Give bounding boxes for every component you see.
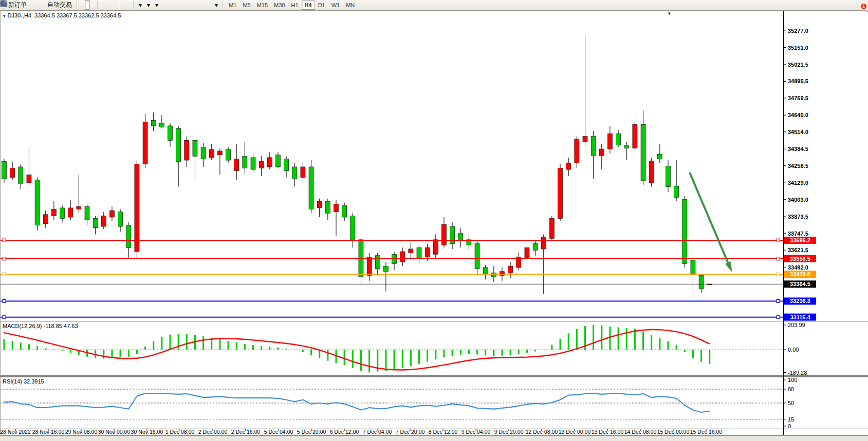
macd-axis-label: -189.28: [788, 370, 807, 376]
market-watch-button[interactable]: [34, 0, 40, 10]
templates-button[interactable]: ▾: [153, 0, 161, 10]
candle-body: [27, 175, 31, 182]
level-line-handle[interactable]: [777, 273, 780, 276]
new-order-button[interactable]: 新订单: [6, 0, 29, 10]
autotrading-button[interactable]: 自动交易: [45, 0, 75, 10]
fibonacci-tool-button[interactable]: F: [197, 0, 202, 10]
timeframe-button-h4[interactable]: H4: [302, 1, 315, 10]
bar-chart-button[interactable]: [80, 0, 85, 10]
macd-axis-label: 203.99: [788, 322, 805, 328]
chart-title-text: DJ30-,H4 33364.5 33367.5 33362.5 33364.5: [8, 12, 121, 18]
timeframe-button-m30[interactable]: M30: [271, 1, 288, 10]
timeframe-button-mn[interactable]: MN: [343, 1, 358, 10]
price-tick-label: 34384.5: [788, 146, 808, 152]
auto-scroll-button[interactable]: [121, 0, 126, 10]
candle-body: [101, 216, 106, 226]
candle-body: [10, 168, 15, 178]
new-chart-button[interactable]: ▾: [136, 0, 144, 10]
zoom-in-button[interactable]: [100, 0, 105, 10]
level-line-handle[interactable]: [777, 316, 780, 319]
zoom-out-button[interactable]: [105, 0, 110, 10]
level-line-handle[interactable]: [3, 316, 6, 319]
chart-collapse-icon[interactable]: ▾: [3, 13, 6, 18]
trendline-tool-button[interactable]: [187, 0, 192, 10]
horizontal-line-tool-button[interactable]: [181, 0, 187, 10]
chart-title: ▾DJ30-,H4 33364.5 33367.5 33362.5 33364.…: [3, 12, 121, 18]
level-line-handle[interactable]: [3, 299, 6, 302]
candle-body: [234, 159, 239, 170]
period-button[interactable]: ▾: [144, 0, 153, 10]
timeframe-button-m15[interactable]: M15: [254, 1, 271, 10]
candle-body: [441, 224, 446, 245]
timeframe-button-m5[interactable]: M5: [239, 1, 253, 10]
candle-body: [649, 161, 654, 183]
candle-body: [43, 215, 48, 224]
alerts-button[interactable]: [29, 0, 34, 10]
dropdown-caret: ▾: [139, 2, 142, 8]
candlestick-chart-button[interactable]: [85, 0, 90, 10]
line-chart-button[interactable]: [90, 0, 95, 10]
candle-body: [251, 158, 255, 169]
candle-body: [491, 273, 496, 277]
time-tick-label: 9 Dec 20:00: [494, 429, 524, 435]
timeframe-group: M1M5M15M30H1H4D1W1MN: [226, 0, 358, 10]
candle-body: [118, 212, 123, 226]
candle-body: [400, 252, 405, 262]
price-tick-label: 33492.0: [788, 264, 808, 271]
candle-body: [109, 210, 114, 217]
price-tick-label: 34003.0: [788, 197, 808, 203]
candle-body: [525, 247, 529, 258]
time-tick-label: 28 Nov 16:00: [32, 429, 65, 435]
one-click-dropdown-arrow[interactable]: ▾: [668, 11, 671, 16]
toolbar-separator: [133, 1, 134, 9]
candle-body: [383, 266, 388, 271]
tile-windows-button[interactable]: [110, 0, 116, 10]
level-line-handle[interactable]: [777, 257, 780, 260]
time-tick-label: 6 Dec 12:00: [330, 429, 359, 435]
price-marker-label: 33695.2: [790, 237, 810, 243]
chart-shift-button[interactable]: [126, 0, 131, 10]
arrows-tool-button[interactable]: ▾: [212, 0, 220, 10]
candle-body: [599, 149, 604, 156]
candle-body: [375, 256, 380, 269]
timeframe-button-h1[interactable]: H1: [288, 1, 302, 10]
crosshair-tool-button[interactable]: [171, 0, 176, 10]
level-line-handle[interactable]: [3, 239, 6, 242]
time-tick-label: 28 Nov 2022: [0, 429, 31, 435]
timeframe-button-d1[interactable]: D1: [315, 1, 328, 10]
candle-body: [275, 155, 280, 167]
signals-button[interactable]: [40, 0, 45, 10]
candle-body: [217, 151, 222, 155]
candle-body: [184, 140, 189, 160]
level-line-handle[interactable]: [777, 299, 780, 302]
price-tick-label: 34769.5: [788, 95, 808, 101]
dropdown-caret: ▾: [147, 2, 150, 8]
candle-body: [334, 204, 339, 212]
equidistant-channel-tool-button[interactable]: E: [192, 0, 197, 10]
cursor-tool-button[interactable]: [166, 0, 171, 10]
candle-body: [591, 137, 596, 156]
candle-body: [674, 186, 679, 197]
candle-body: [77, 206, 81, 209]
timeframe-button-w1[interactable]: W1: [328, 1, 343, 10]
price-marker-label: 33236.3: [790, 298, 810, 304]
candle-body: [68, 208, 73, 217]
candle-body: [541, 237, 546, 249]
timeframe-button-m1[interactable]: M1: [226, 1, 239, 10]
level-line-handle[interactable]: [3, 273, 6, 276]
time-tick-label: 13 Dec 00:00: [559, 429, 591, 435]
search-icon[interactable]: [0, 0, 8, 8]
vertical-line-tool-button[interactable]: [176, 0, 181, 10]
candle-body: [168, 126, 173, 140]
level-line-handle[interactable]: [777, 239, 780, 242]
candle-body: [558, 168, 563, 219]
time-tick-label: 8 Dec 12:00: [429, 429, 458, 435]
price-tick-label: 34895.5: [788, 78, 808, 84]
text-tool-button[interactable]: A: [202, 0, 207, 10]
level-line-handle[interactable]: [3, 257, 6, 260]
main-toolbar: 新订单 自动交易: [0, 0, 868, 10]
candle-body: [325, 201, 330, 213]
time-tick-label: 2 Dec 00:00: [198, 429, 228, 435]
candle-body: [409, 249, 413, 253]
text-label-tool-button[interactable]: T: [207, 0, 212, 10]
